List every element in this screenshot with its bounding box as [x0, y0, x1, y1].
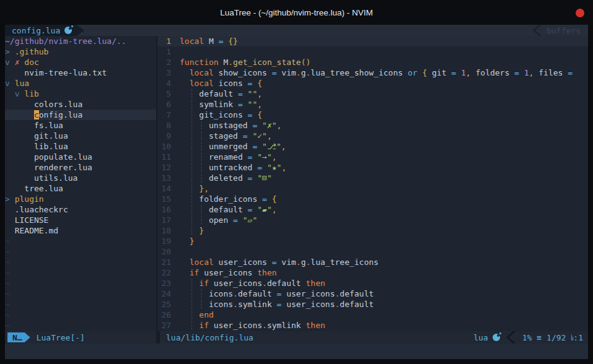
tree-row[interactable]: ~ [5, 310, 156, 320]
code-line[interactable]: ┆ symlink = "", [180, 99, 588, 110]
tree-row[interactable]: ~ [5, 288, 156, 299]
mode-indicator: N… [7, 332, 30, 342]
tree-row[interactable]: > .github [5, 46, 156, 57]
tree-row[interactable]: README.md [5, 225, 156, 236]
filetype-label: lua [473, 332, 488, 343]
code-line[interactable]: ┆ git_icons = { [180, 110, 588, 120]
line-number: 9 [157, 131, 176, 141]
line-number: 12 [157, 162, 176, 173]
tree-row[interactable]: ~ [5, 320, 156, 331]
code-line[interactable]: ┆ ┆ open = "▱" [180, 215, 588, 225]
tree-row[interactable]: git.lua [5, 131, 156, 141]
code-line[interactable] [180, 246, 588, 257]
statusbar: N… LuaTree[-] lua/lib/config.lua lua 1% … [5, 331, 588, 344]
line-number: 13 [157, 173, 176, 183]
line-number: 20 [157, 246, 176, 257]
tree-row[interactable]: ~ [5, 299, 156, 310]
tree-row[interactable]: renderer.lua [5, 162, 156, 173]
line-number: 6 [157, 99, 176, 110]
code-line[interactable]: local show_icons = vim.g.lua_tree_show_i… [180, 67, 588, 78]
filetype-group: lua [473, 332, 499, 343]
chevron-left-icon [532, 25, 542, 36]
command-line[interactable] [5, 344, 588, 359]
line-number: 10 [157, 141, 176, 152]
column-number: :1 [573, 332, 583, 343]
code-line[interactable]: ┆ ┆ unmerged = "⎇", [180, 141, 588, 152]
code-line[interactable]: ┆ ┆ deleted = "⊟" [180, 173, 588, 183]
code-line[interactable]: ┆ if user_icons.symlink then [180, 320, 588, 331]
line-number: 23 [157, 278, 176, 288]
code-line[interactable]: if user_icons then [180, 267, 588, 278]
code-line[interactable]: function M.get_icon_state() [180, 57, 588, 67]
code-line[interactable]: local user_icons = vim.g.lua_tree_icons [180, 257, 588, 267]
line-number: 21 [157, 257, 176, 267]
tree-row[interactable]: ~ [5, 236, 156, 246]
code-line[interactable]: local M = {} [180, 36, 588, 46]
code-line[interactable] [180, 46, 588, 57]
tree-row[interactable]: ~ [5, 246, 156, 257]
tree-row[interactable]: v ✗ doc [5, 57, 156, 67]
window-title: LuaTree - (~/github/nvim-tree.lua) - NVI… [220, 8, 373, 17]
line-number: 2 [157, 57, 176, 67]
titlebar: LuaTree - (~/github/nvim-tree.lua) - NVI… [0, 0, 593, 25]
scroll-percent: 1% [522, 332, 532, 343]
tabline: config.lua buffers [5, 25, 588, 36]
file-tree-panel: ~/github/nvim-tree.lua/..> .githubv ✗ do… [5, 36, 156, 331]
tree-row[interactable]: LICENSE [5, 215, 156, 225]
statusbar-editor-segment: lua/lib/config.lua lua 1% ≡ 1/92 L N [160, 331, 588, 344]
code-line[interactable]: ┆ ┆ icons.symlink = user_icons.default [180, 299, 588, 310]
tree-row[interactable]: ~ [5, 257, 156, 267]
code-line[interactable]: ┆ ┆ icons.default = user_icons.default [180, 288, 588, 299]
nvim-terminal: config.lua buffers ~/github/nvim-tree.lu… [5, 25, 588, 359]
code-line[interactable]: ┆ folder_icons = { [180, 194, 588, 204]
line-number: 22 [157, 267, 176, 278]
tree-row[interactable]: ~ [5, 278, 156, 288]
tree-row[interactable]: v lib [5, 89, 156, 99]
lua-moon-icon [493, 334, 500, 341]
tree-row[interactable]: populate.lua [5, 152, 156, 162]
tree-row[interactable]: utils.lua [5, 173, 156, 183]
code-line[interactable]: ┆ }, [180, 183, 588, 194]
terminal-window-frame: LuaTree - (~/github/nvim-tree.lua) - NVI… [0, 0, 593, 364]
code-line[interactable]: ┆ if user_icons.default then [180, 278, 588, 288]
line-number-gutter: 1 1 2 3 4 5 6 7 8 9 10 11 12 13 14 15 16… [157, 36, 176, 331]
tree-row[interactable]: fs.lua [5, 120, 156, 131]
tree-row[interactable]: nvim-tree-lua.txt [5, 67, 156, 78]
ln-icon: L N [571, 334, 573, 341]
tab-config-lua[interactable]: config.lua [5, 25, 84, 36]
lua-moon-icon [64, 27, 72, 34]
tree-row[interactable]: config.lua [5, 110, 156, 120]
tree-row[interactable]: .luacheckrc [5, 204, 156, 215]
tree-row[interactable]: colors.lua [5, 99, 156, 110]
code-line[interactable]: ┆ default = "", [180, 89, 588, 99]
lines-icon: ≡ [537, 332, 542, 343]
code-line[interactable]: ┆ ┆ unstaged = "✗", [180, 120, 588, 131]
cursor-position: L N :1 [571, 332, 583, 343]
tree-row[interactable]: tree.lua [5, 183, 156, 194]
code-line[interactable]: ┆ end [180, 310, 588, 320]
code-line[interactable]: ┆ ┆ staged = "✓", [180, 131, 588, 141]
line-number: 1 [157, 46, 176, 57]
line-number: 14 [157, 183, 176, 194]
line-number: 8 [157, 120, 176, 131]
close-button[interactable] [576, 9, 584, 17]
tree-row[interactable]: ~ [5, 267, 156, 278]
code-line[interactable]: ┆ } [180, 225, 588, 236]
code-line[interactable]: ┆ ┆ untracked = "★", [180, 162, 588, 173]
tree-row[interactable]: v lua [5, 78, 156, 89]
line-position: 1/92 [547, 332, 566, 343]
tab-label: config.lua [12, 25, 60, 36]
line-number: 24 [157, 288, 176, 299]
tree-row[interactable]: lib.lua [5, 141, 156, 152]
line-number: 17 [157, 215, 176, 225]
code-line[interactable]: local icons = { [180, 78, 588, 89]
code-line[interactable]: ┆ ┆ renamed = "→", [180, 152, 588, 162]
line-number: 11 [157, 152, 176, 162]
code-line[interactable]: } [180, 236, 588, 246]
tree-row[interactable]: ~/github/nvim-tree.lua/.. [5, 36, 156, 46]
buffers-segment[interactable]: buffers [532, 25, 588, 36]
statusbar-file-path: lua/lib/config.lua [166, 332, 473, 343]
tree-row[interactable]: > plugin [5, 194, 156, 204]
statusbar-metrics: 1% ≡ 1/92 L N :1 [522, 332, 583, 343]
code-line[interactable]: ┆ ┆ default = "▰", [180, 204, 588, 215]
